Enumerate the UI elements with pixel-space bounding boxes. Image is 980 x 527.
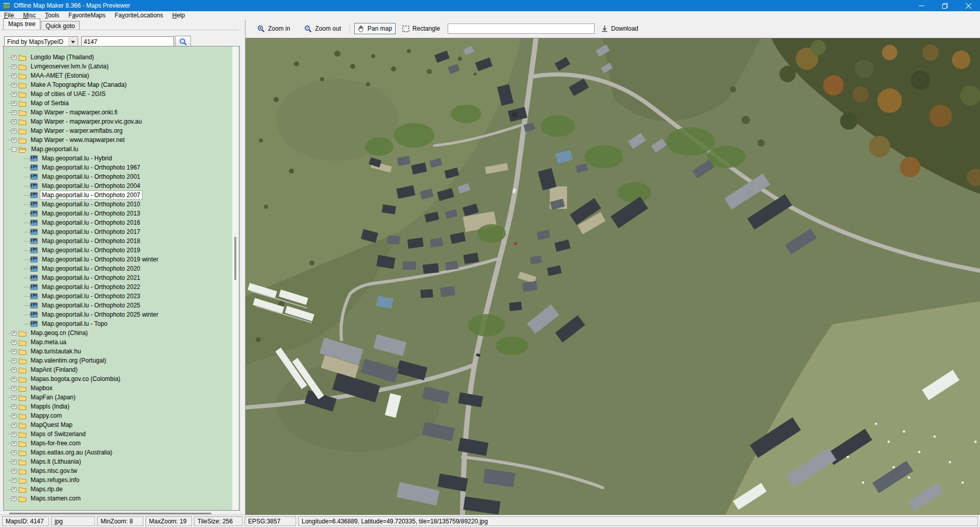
expand-toggle[interactable]: +: [12, 138, 16, 142]
tree-item[interactable]: +Mapas.bogota.gov.co (Colombia): [4, 374, 228, 384]
menu-favoritelocations[interactable]: FavoriteLocations: [110, 11, 168, 19]
expand-toggle[interactable]: +: [12, 331, 16, 336]
tree-item[interactable]: +Mapbox: [4, 384, 228, 393]
tree-item[interactable]: +Map Warper - warper.wmflabs.org: [4, 126, 228, 135]
expand-toggle[interactable]: +: [12, 441, 16, 446]
tree-item[interactable]: +MapAnt (Finland): [4, 365, 228, 374]
tree-item[interactable]: Map.geoportail.lu - Orthophoto 2010: [4, 200, 228, 209]
tree-item[interactable]: +Map.geoq.cn (China): [4, 328, 228, 338]
tree-item[interactable]: +MAA-AMET (Estonia): [4, 71, 228, 80]
tree-item[interactable]: +Longdo Map (Thailand): [4, 53, 228, 62]
expand-toggle[interactable]: +: [12, 55, 16, 60]
expand-toggle[interactable]: +: [12, 110, 16, 115]
tree-item[interactable]: +Maps-for-free.com: [4, 439, 228, 448]
tree-item[interactable]: +Maps.lt (Lithuania): [4, 457, 228, 466]
expand-toggle[interactable]: +: [12, 101, 16, 106]
tree-item[interactable]: +Maps.stamen.com: [4, 494, 228, 503]
tree-item[interactable]: +MapFan (Japan): [4, 393, 228, 402]
expand-toggle[interactable]: +: [12, 386, 16, 391]
tree-item[interactable]: Map.geoportail.lu - Orthophoto 2017: [4, 227, 228, 236]
close-button[interactable]: [957, 0, 980, 11]
scrollbar-thumb[interactable]: [9, 513, 211, 514]
zoom-in-button[interactable]: Zoom in: [254, 23, 293, 35]
menu-tools[interactable]: Tools: [40, 11, 64, 19]
tree-item[interactable]: Map.geoportail.lu - Orthophoto 2020: [4, 264, 228, 273]
expand-toggle[interactable]: +: [12, 64, 16, 69]
expand-toggle[interactable]: +: [12, 496, 16, 501]
tree-item[interactable]: -Map.geoportail.lu: [4, 145, 228, 154]
tree-item[interactable]: Map.geoportail.lu - Orthophoto 2007: [4, 190, 228, 200]
tab-maps-tree[interactable]: Maps tree: [3, 18, 40, 30]
download-button[interactable]: Download: [598, 23, 642, 34]
tree-item[interactable]: Map.geoportail.lu - Orthophoto 2016: [4, 218, 228, 227]
expand-toggle[interactable]: +: [12, 368, 16, 372]
tree-item[interactable]: Map.geoportail.lu - Orthophoto 2023: [4, 292, 228, 301]
tree-item[interactable]: +Make A Topographic Map (Canada): [4, 80, 228, 89]
tree-item[interactable]: Map.geoportail.lu - Orthophoto 1967: [4, 163, 228, 172]
tree-item[interactable]: +Map of Serbia: [4, 99, 228, 108]
expand-toggle[interactable]: +: [12, 129, 16, 133]
expand-toggle[interactable]: +: [12, 119, 16, 124]
tree-item[interactable]: +Map of cities of UAE - 2GIS: [4, 89, 228, 99]
tree-item[interactable]: +Maps.eatlas.org.au (Australia): [4, 448, 228, 457]
tree-item[interactable]: +Maps.nlsc.gov.tw: [4, 466, 228, 475]
tree-item[interactable]: Map.geoportail.lu - Orthophoto 2021: [4, 273, 228, 282]
tree-item[interactable]: +Lvmgeoserver.lvm.lv (Latvia): [4, 62, 228, 71]
tree-item[interactable]: +MapQuest Map: [4, 420, 228, 429]
menu-help[interactable]: Help: [168, 11, 190, 19]
tree-item[interactable]: +Mappy.com: [4, 411, 228, 420]
tree-item[interactable]: Map.geoportail.lu - Orthophoto 2001: [4, 172, 228, 181]
expand-toggle[interactable]: +: [12, 487, 16, 492]
tree-item[interactable]: +Map.turistautak.hu: [4, 347, 228, 356]
expand-toggle[interactable]: +: [12, 469, 16, 473]
tree-item[interactable]: +Mappls (India): [4, 402, 228, 411]
tree-vertical-scrollbar[interactable]: [232, 46, 238, 510]
expand-toggle[interactable]: +: [12, 414, 16, 418]
expand-toggle[interactable]: +: [12, 377, 16, 381]
tree-item[interactable]: +Map.meta.ua: [4, 338, 228, 347]
zoom-out-button[interactable]: Zoom out: [301, 23, 345, 35]
tree-item[interactable]: +Maps of Switzerland: [4, 429, 228, 439]
expand-toggle[interactable]: +: [12, 83, 16, 87]
scrollbar-thumb[interactable]: [234, 237, 236, 280]
tree-item[interactable]: +Map Warper - www.mapwarper.net: [4, 135, 228, 145]
expand-toggle[interactable]: +: [12, 358, 16, 363]
tree-item[interactable]: Map.geoportail.lu - Orthophoto 2019 wint…: [4, 255, 228, 264]
tree-item[interactable]: +Map Warper - mapwarper.onki.fi: [4, 108, 228, 117]
expand-toggle[interactable]: +: [12, 423, 16, 427]
expand-toggle[interactable]: +: [12, 460, 16, 464]
tree-item[interactable]: +Maps.refuges.info: [4, 475, 228, 485]
tree-item[interactable]: +Map.valentim.org (Portugal): [4, 356, 228, 365]
location-input[interactable]: [448, 23, 595, 34]
expand-toggle[interactable]: +: [12, 404, 16, 409]
tree-item[interactable]: Map.geoportail.lu - Orthophoto 2025: [4, 301, 228, 310]
expand-toggle[interactable]: +: [12, 92, 16, 97]
minimize-button[interactable]: [910, 0, 933, 11]
tree-item[interactable]: +Maps.rlp.de: [4, 485, 228, 494]
restore-button[interactable]: [933, 0, 957, 11]
expand-toggle[interactable]: +: [12, 432, 16, 437]
tree-item[interactable]: Map.geoportail.lu - Hybrid: [4, 154, 228, 163]
tab-quick-goto[interactable]: Quick goto: [41, 21, 79, 30]
expand-toggle[interactable]: -: [12, 147, 16, 152]
tree-item[interactable]: Map.geoportail.lu - Orthophoto 2019: [4, 246, 228, 255]
tree-item[interactable]: Map.geoportail.lu - Orthophoto 2025 wint…: [4, 310, 228, 319]
tree-item[interactable]: Map.geoportail.lu - Topo: [4, 319, 228, 328]
expand-toggle[interactable]: +: [12, 349, 16, 354]
tree-item[interactable]: Map.geoportail.lu - Orthophoto 2013: [4, 209, 228, 218]
menu-favoritemaps[interactable]: FavoriteMaps: [64, 11, 110, 19]
tree-item[interactable]: +Map Warper - mapwarper.prov.vic.gov.au: [4, 117, 228, 126]
expand-toggle[interactable]: +: [12, 340, 16, 345]
expand-toggle[interactable]: +: [12, 74, 16, 78]
tree-item[interactable]: Map.geoportail.lu - Orthophoto 2018: [4, 236, 228, 246]
rectangle-toggle[interactable]: Rectangle: [399, 23, 444, 34]
pan-map-toggle[interactable]: Pan map: [354, 23, 396, 34]
tree-item[interactable]: Map.geoportail.lu - Orthophoto 2004: [4, 181, 228, 190]
expand-toggle[interactable]: +: [12, 478, 16, 483]
panel-splitter[interactable]: [242, 19, 246, 515]
tree-item[interactable]: Map.geoportail.lu - Orthophoto 2022: [4, 282, 228, 292]
expand-toggle[interactable]: +: [12, 395, 16, 400]
expand-toggle[interactable]: +: [12, 450, 16, 455]
open-folder-icon: [18, 146, 27, 153]
map-viewport[interactable]: [246, 38, 980, 515]
